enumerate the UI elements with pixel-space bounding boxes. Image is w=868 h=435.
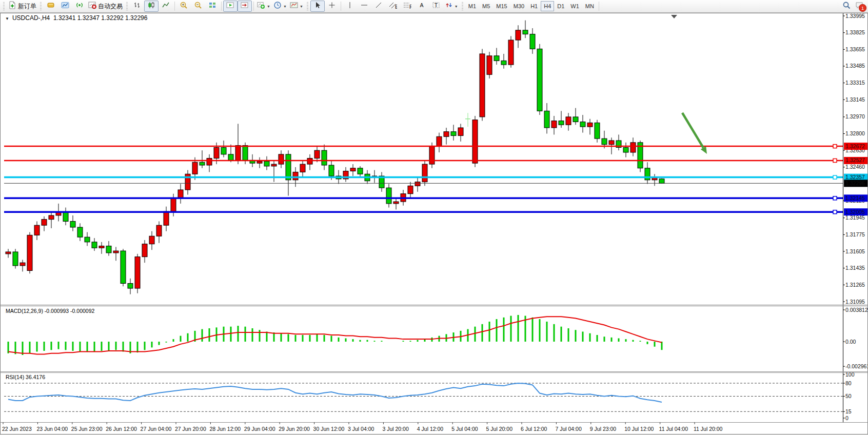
candle <box>623 147 628 152</box>
date-axis-label: 11 Jul 20:00 <box>694 426 723 432</box>
candle <box>659 179 664 184</box>
candle <box>544 111 549 128</box>
price-tick-label: 1.33995 <box>845 13 865 19</box>
axis-price-badge-label: 1.32005 <box>845 209 865 215</box>
price-tick-label: 1.32970 <box>845 113 865 120</box>
date-axis-label: 30 Jun 12:00 <box>313 426 345 432</box>
candle <box>573 117 578 122</box>
candle <box>27 235 32 270</box>
chart-ohlc-quotes: 1.32341 1.32347 1.32292 1.32296 <box>53 14 148 22</box>
price-tick-label: 1.33825 <box>845 29 865 35</box>
candle <box>487 56 492 74</box>
date-axis-label: 28 Jun 12:00 <box>209 426 241 432</box>
price-line-marker[interactable] <box>833 196 837 200</box>
axis-price-badge-label: 1.32145 <box>845 195 865 201</box>
price-tick-label: 1.31265 <box>845 282 865 288</box>
date-axis-label: 3 Jul 20:00 <box>382 426 409 432</box>
macd-axis-label: 0.00 <box>845 339 856 345</box>
candle <box>300 164 305 172</box>
candle <box>63 212 68 221</box>
candle <box>214 147 219 158</box>
price-tick-label: 1.31605 <box>845 248 865 254</box>
date-axis-label: 4 Jul 12:00 <box>417 426 444 432</box>
date-axis-label: 29 Jun 20:00 <box>279 426 310 432</box>
candle <box>329 165 334 176</box>
price-line-marker[interactable] <box>833 175 837 179</box>
macd-indicator-label: MACD(12,26,9) -0.000993 -0.000092 <box>6 308 94 314</box>
candle <box>516 30 521 40</box>
candle <box>508 40 514 65</box>
candle <box>271 164 277 166</box>
rsi-axis-label: 100 <box>845 371 855 378</box>
candle <box>501 61 506 65</box>
current-price-badge-label: 1.32296 <box>845 180 865 186</box>
candle <box>42 220 47 226</box>
axis-price-badge-label: 1.32357 <box>845 174 865 180</box>
candle <box>429 146 435 164</box>
date-axis-label: 29 Jun 04:00 <box>244 426 275 432</box>
rsi-indicator-label: RSI(14) 36.4176 <box>6 374 45 380</box>
one-click-trading-expander[interactable]: ▼ <box>5 16 9 21</box>
price-tick-label: 1.33315 <box>845 80 865 86</box>
candle <box>221 147 226 154</box>
candle <box>113 251 119 253</box>
price-tick-label: 1.33145 <box>845 96 865 103</box>
date-axis-label: 27 Jun 20:00 <box>175 426 206 432</box>
candle <box>494 56 499 61</box>
candle <box>257 161 262 163</box>
rsi-axis-label: 0 <box>845 415 849 421</box>
candle <box>264 161 269 166</box>
axis-price-badge-label: 1.32672 <box>845 143 865 149</box>
candle <box>322 150 327 165</box>
candle <box>472 120 478 164</box>
candle <box>386 188 391 204</box>
price-tick-label: 1.31435 <box>845 265 865 271</box>
candle <box>480 54 485 117</box>
candle <box>99 246 104 248</box>
candle <box>630 143 636 152</box>
price-line-marker[interactable] <box>833 210 837 214</box>
candle <box>422 164 427 182</box>
price-line-marker[interactable] <box>833 145 837 148</box>
candle <box>34 225 40 235</box>
candle <box>595 123 600 139</box>
candle <box>279 154 284 164</box>
candle <box>358 168 363 174</box>
candle <box>587 123 593 127</box>
price-line-marker[interactable] <box>833 159 837 162</box>
date-axis-label: 22 Jun 2023 <box>2 426 32 432</box>
date-axis-label: 5 Jul 20:00 <box>486 426 513 432</box>
candle <box>149 236 154 244</box>
candle <box>92 242 97 248</box>
macd-axis-label: -0.002961 <box>845 363 868 369</box>
candle <box>128 283 133 288</box>
date-axis-label: 23 Jun 04:00 <box>36 426 68 432</box>
candle <box>171 199 176 211</box>
candle <box>293 172 298 180</box>
candle <box>437 136 442 146</box>
chart-window-border <box>1 13 868 434</box>
date-axis-label: 11 Jul 04:00 <box>659 426 688 432</box>
candle <box>70 221 75 227</box>
candle <box>286 154 291 180</box>
candle <box>314 150 320 158</box>
candle <box>523 30 528 34</box>
macd-axis-label: 0.003812 <box>845 307 868 313</box>
candle <box>551 121 557 128</box>
candle <box>530 34 535 49</box>
candle <box>200 162 205 165</box>
candle <box>451 132 456 136</box>
price-tick-label: 1.32800 <box>845 130 865 136</box>
candle <box>537 49 542 111</box>
candle <box>56 212 61 215</box>
date-axis-label: 27 Jun 04:00 <box>141 426 172 432</box>
candle <box>121 251 126 283</box>
date-axis-label: 3 Jul 04:00 <box>348 426 374 432</box>
price-tick-label: 1.31775 <box>845 231 865 238</box>
date-axis-label: 6 Jul 12:00 <box>521 426 547 432</box>
candle <box>20 263 25 266</box>
rsi-axis-label: 15 <box>845 408 852 414</box>
candle <box>566 117 571 125</box>
candle <box>142 244 147 257</box>
candle <box>135 257 140 288</box>
